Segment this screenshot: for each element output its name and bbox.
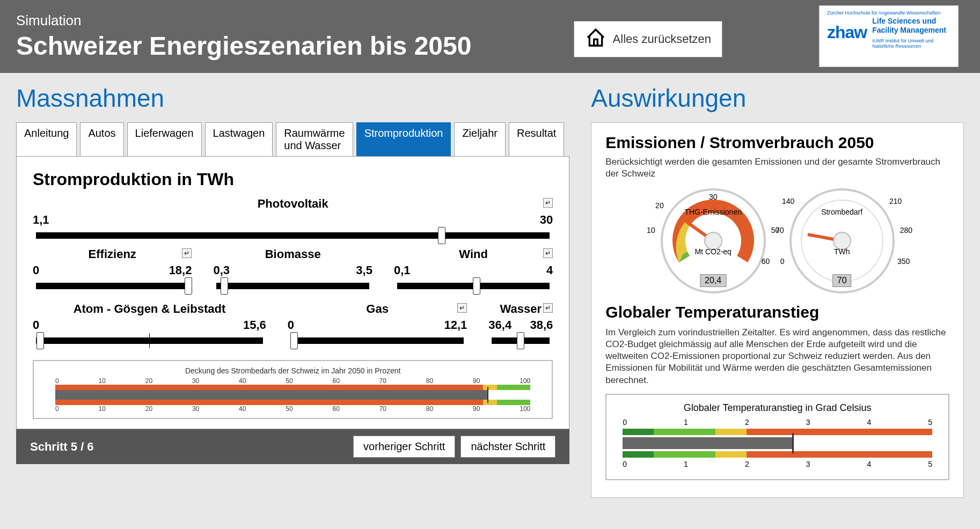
reset-all-button[interactable]: Alles zurücksetzen (574, 21, 722, 57)
coverage-axis-bottom: 0102030405060708090100 (55, 405, 530, 413)
header-supertitle: Simulation (16, 12, 574, 29)
gauge-emissions-value: 20,4 (700, 274, 726, 287)
effects-panel: Emissionen / Stromverbrauch 2050 Berücks… (591, 122, 964, 498)
slider-gas: Gas↵ 012,1 (288, 302, 467, 344)
coverage-axis-top: 0102030405060708090100 (55, 377, 530, 385)
slider-atom: Atom - Gösgen & Leibstadt 015,6 (33, 302, 266, 344)
header: Simulation Schweizer Energieszenarien bi… (0, 0, 980, 73)
tab-resultat[interactable]: Resultat (509, 122, 564, 156)
main-panel: Stromproduktion in TWh Photovoltaik↵ 1,1… (16, 156, 569, 429)
section-title-right: Auswirkungen (591, 84, 964, 113)
coverage-chart: Deckung des Strombedarfs der Schweiz im … (33, 360, 553, 419)
prev-step-button[interactable]: vorheriger Schritt (353, 436, 455, 458)
slider-handle[interactable] (290, 332, 298, 349)
slider-handle[interactable] (185, 277, 192, 295)
tab-lastwagen[interactable]: Lastwagen (205, 122, 273, 156)
slider-handle[interactable] (221, 277, 228, 295)
effects-title: Emissionen / Stromverbrauch 2050 (605, 134, 949, 152)
slider-handle[interactable] (438, 227, 445, 244)
slider-effizienz: Effizienz↵ 018,2 (33, 247, 192, 289)
slider-handle[interactable] (473, 277, 480, 295)
tab-raumw-rme-und-wasser[interactable]: Raumwärme und Wasser (276, 122, 353, 156)
home-icon (585, 27, 606, 52)
tab-zieljahr[interactable]: Zieljahr (454, 122, 506, 156)
slider-wasser: Wasser↵ 36,438,6 (488, 302, 553, 344)
slider-track[interactable] (216, 283, 369, 289)
reset-all-label: Alles zurücksetzen (613, 32, 711, 46)
slider-handle[interactable] (36, 332, 44, 349)
page-title: Schweizer Energieszenarien bis 2050 (16, 31, 574, 61)
gauge-strombedarf: Strombedarf TWh 0 70 140 210 280 350 70 (788, 187, 896, 295)
gauge-strombedarf-value: 70 (832, 274, 852, 287)
temp-heading: Globaler Temperaturanstieg (605, 303, 949, 321)
slider-track[interactable] (36, 283, 188, 289)
tab-stromproduktion[interactable]: Stromproduktion (356, 122, 451, 156)
slider-wind: Wind↵ 0,14 (394, 247, 553, 289)
reset-icon[interactable]: ↵ (543, 248, 553, 258)
reset-icon[interactable]: ↵ (543, 303, 553, 313)
reset-icon[interactable]: ↵ (457, 303, 467, 313)
tab-lieferwagen[interactable]: Lieferwagen (127, 122, 202, 156)
slider-handle[interactable] (517, 332, 524, 349)
tab-bar: AnleitungAutosLieferwagenLastwagenRaumwä… (16, 122, 569, 156)
temp-axis-bottom: 012345 (623, 460, 932, 468)
coverage-value-bar (55, 390, 488, 400)
gauge-emissions: THG-Emissionen Mt CO2-eq 10 20 30 50 60 … (660, 187, 767, 295)
reset-icon[interactable]: ↵ (543, 198, 553, 208)
slider-track[interactable] (492, 337, 550, 344)
panel-title: Stromproduktion in TWh (33, 170, 553, 189)
coverage-bar-bottom (55, 400, 530, 405)
next-step-button[interactable]: nächster Schritt (460, 436, 555, 458)
tab-anleitung[interactable]: Anleitung (16, 122, 77, 156)
header-left: Simulation Schweizer Energieszenarien bi… (16, 12, 574, 61)
tab-autos[interactable]: Autos (80, 122, 123, 156)
slider-track[interactable] (397, 283, 550, 289)
slider-track[interactable] (36, 337, 263, 344)
temp-axis-top: 012345 (623, 418, 932, 427)
reset-icon[interactable]: ↵ (182, 248, 192, 258)
logo: Zürcher Hochschule für Angewandte Wissen… (819, 5, 959, 67)
coverage-bar-top (55, 385, 530, 390)
svg-rect-0 (594, 39, 597, 46)
slider-biomasse: Biomasse 0,33,5 (213, 247, 372, 289)
effects-desc: Berücksichtigt werden die gesamten Emiss… (605, 156, 949, 180)
temp-value-bar (623, 437, 793, 449)
slider-photovoltaik: Photovoltaik↵ 1,130 (33, 197, 553, 239)
slider-track[interactable] (291, 337, 464, 344)
step-indicator: Schritt 5 / 6 (30, 440, 348, 454)
section-title-left: Massnahmen (16, 84, 569, 113)
temperature-chart: Globaler Temperaturanstieg in Grad Celsi… (605, 394, 949, 480)
logo-brand: zhaw (827, 23, 867, 42)
step-footer: Schritt 5 / 6 vorheriger Schritt nächste… (16, 429, 569, 464)
temp-desc: Im Vergleich zum vorindustriellen Zeital… (605, 327, 949, 386)
slider-track[interactable] (36, 232, 550, 239)
